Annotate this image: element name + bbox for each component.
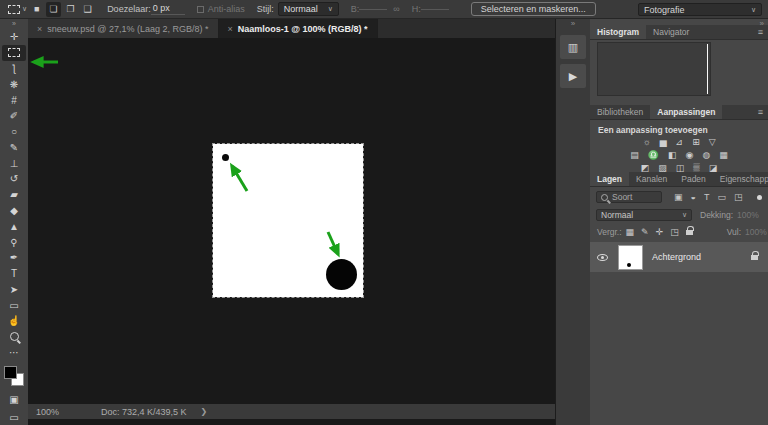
options-bar: ∨ ■ ❏ ❐ ❑ Doezelaar: 0 px Anti-alias Sti… [0,0,768,19]
zoom-tool[interactable] [2,329,26,345]
antialias-checkbox[interactable] [197,6,204,13]
workspace-value: Fotografie [644,5,685,15]
layer-filter-select[interactable]: Soort [596,191,662,203]
canvas-pasteboard[interactable] [28,38,555,425]
close-icon[interactable]: × [37,24,42,34]
tab-lagen[interactable]: Lagen [590,172,629,187]
fill-value[interactable]: 100% [745,227,767,237]
tab-sneeuw-psd[interactable]: × sneeuw.psd @ 27,1% (Laag 2, RGB/8) * [28,19,219,38]
color-swatches[interactable] [4,366,24,386]
layer-thumbnail[interactable] [618,245,643,270]
gradient-tool[interactable]: ◆ [2,203,26,219]
opacity-value[interactable]: 100% [737,210,759,220]
filter-smart-objects-icon[interactable]: ◳ [734,192,743,202]
rectangular-marquee-tool[interactable] [2,45,26,61]
blur-tool[interactable]: ▲ [2,218,26,234]
feather-input[interactable]: 0 px [151,3,185,15]
toolbar-expand-icon[interactable]: » [12,19,16,29]
eyedropper-tool[interactable]: ✐ [2,108,26,124]
brush-tool[interactable]: ✎ [2,139,26,155]
color-balance-icon[interactable]: ♎ [648,150,659,163]
height-input[interactable] [421,8,449,10]
workspace-select[interactable]: Fotografie ∨ [638,3,762,16]
style-select[interactable]: Normaal ∨ [278,2,339,16]
shape-tool[interactable]: ▭ [2,297,26,313]
panel-menu-icon[interactable]: ≡ [758,107,763,117]
intersect-selection-button[interactable]: ❑ [80,2,95,17]
hue-saturation-icon[interactable]: ▤ [630,150,639,163]
photo-filter-icon[interactable]: ◉ [686,150,694,163]
hand-tool[interactable]: ☝ [2,313,26,329]
panel-menu-icon[interactable]: ≡ [758,27,763,37]
close-icon[interactable]: × [228,24,233,34]
crop-tool[interactable]: # [2,92,26,108]
lock-transparency-icon[interactable]: ▦ [626,227,635,237]
lock-position-icon[interactable]: ✛ [656,227,664,237]
quick-mask-button[interactable]: ▣ [2,391,26,407]
tab-paden[interactable]: Paden [674,172,713,187]
adjustments-panel-header: Bibliotheken Aanpassingen ≡ [590,105,768,120]
layer-row-achtergrond[interactable]: Achtergrond [590,242,768,272]
lasso-tool[interactable]: ƪ [2,61,26,77]
foreground-color-swatch[interactable] [4,366,17,379]
status-options-chevron[interactable]: ❯ [201,407,208,416]
move-tool[interactable]: ✛ [2,29,26,45]
curves-icon[interactable]: ⊿ [676,137,684,150]
filter-adjustment-layers-icon[interactable]: ◒ [691,192,696,202]
filter-shape-layers-icon[interactable]: ▭ [717,192,726,202]
document-canvas[interactable] [213,144,363,297]
history-brush-tool[interactable]: ↺ [2,171,26,187]
screen-mode-button[interactable]: ▭ [2,409,26,425]
select-and-mask-button[interactable]: Selecteren en maskeren... [471,2,596,16]
blend-mode-select[interactable]: Normaal ∨ [596,209,692,221]
tab-eigenschappen[interactable]: Eigenschappen [713,172,768,187]
large-black-circle [326,259,357,290]
pen-tool[interactable]: ✒ [2,250,26,266]
path-selection-tool[interactable]: ➤ [2,282,26,298]
tool-preset-button[interactable]: ∨ [8,5,27,14]
link-dimensions-icon[interactable]: ∞ [393,4,399,14]
levels-icon[interactable]: ▅ [660,137,667,150]
clone-stamp-tool[interactable]: ⊥ [2,155,26,171]
spot-healing-tool[interactable]: ○ [2,124,26,140]
filter-type-layers-icon[interactable]: T [704,192,710,202]
lock-all-icon[interactable] [686,230,693,235]
tab-label: Naamloos-1 @ 100% (RGB/8) * [238,24,368,34]
black-white-icon[interactable]: ◧ [668,150,677,163]
marquee-icon [8,48,20,57]
width-input[interactable] [359,8,387,10]
chevron-down-icon: ∨ [22,5,27,13]
collapsed-panel-dock: » ▥ ▶ [556,19,590,425]
eraser-tool[interactable]: ▰ [2,187,26,203]
dock-collapse-icon[interactable]: » [571,19,575,30]
tab-aanpassingen[interactable]: Aanpassingen [650,105,722,120]
quick-selection-tool[interactable]: ❋ [2,76,26,92]
new-selection-button[interactable]: ■ [29,2,44,17]
subtract-selection-button[interactable]: ❐ [63,2,78,17]
brightness-contrast-icon[interactable]: ☼ [642,137,650,150]
color-lookup-icon[interactable]: ▦ [719,150,728,163]
tab-kanalen[interactable]: Kanalen [629,172,674,187]
history-panel-button[interactable]: ▥ [560,35,586,59]
edit-toolbar-button[interactable]: ⋯ [2,345,26,361]
tab-histogram[interactable]: Histogram [590,25,646,40]
type-tool[interactable]: T [2,266,26,282]
filter-toggle[interactable] [757,195,762,200]
actions-panel-button[interactable]: ▶ [560,64,586,88]
tab-bibliotheken[interactable]: Bibliotheken [590,105,650,120]
style-label: Stijl: [257,4,274,14]
lock-label: Vergr.: [597,227,622,237]
vibrance-icon[interactable]: ▽ [709,137,716,150]
lock-artboard-icon[interactable]: ◳ [670,227,679,237]
filter-pixel-layers-icon[interactable]: ▣ [674,192,683,202]
add-selection-button[interactable]: ❏ [46,2,61,17]
tab-navigator[interactable]: Navigator [646,25,696,40]
zoom-level-field[interactable]: 100% [28,407,69,417]
visibility-eye-icon[interactable] [597,254,608,261]
photoshop-window: ∨ ■ ❏ ❐ ❑ Doezelaar: 0 px Anti-alias Sti… [0,0,768,425]
lock-pixels-icon[interactable]: ✎ [641,227,649,237]
channel-mixer-icon[interactable]: ◍ [702,150,710,163]
exposure-icon[interactable]: ⊞ [692,137,700,150]
dodge-tool[interactable]: ⚲ [2,234,26,250]
tab-naamloos-1[interactable]: × Naamloos-1 @ 100% (RGB/8) * [219,19,378,38]
